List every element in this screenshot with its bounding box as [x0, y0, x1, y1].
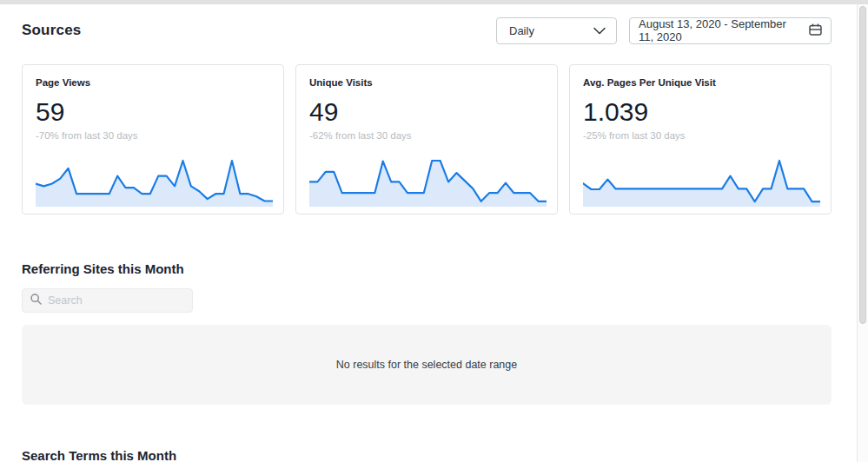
frequency-select[interactable]: Daily: [496, 17, 617, 44]
stat-card-change: -25% from last 30 days: [583, 130, 820, 141]
frequency-select-value: Daily: [509, 24, 534, 37]
referring-sites-empty-panel: No results for the selected date range: [22, 325, 832, 405]
stat-card-title: Unique Visits: [309, 77, 547, 88]
referring-sites-heading: Referring Sites this Month: [22, 261, 832, 276]
stat-card-avg-pages[interactable]: Avg. Pages Per Unique Visit 1.039 -25% f…: [569, 64, 832, 214]
scrollbar-thumb[interactable]: [859, 6, 866, 324]
stat-card-change: -62% from last 30 days: [309, 130, 547, 141]
stat-card-change: -70% from last 30 days: [36, 130, 273, 141]
stat-card-page-views[interactable]: Page Views 59 -70% from last 30 days: [22, 64, 284, 214]
referring-sites-section: Referring Sites this Month No results fo…: [22, 261, 832, 405]
unique-visits-sparkline: [309, 155, 547, 208]
header-controls: Daily August 13, 2020 - September 11, 20…: [496, 17, 832, 44]
date-range-label: August 13, 2020 - September 11, 2020: [639, 17, 803, 43]
avg-pages-sparkline: [583, 155, 820, 208]
header: Sources Daily August 13, 2020 - Septembe…: [22, 16, 832, 44]
vertical-scrollbar[interactable]: [857, 4, 868, 462]
search-terms-heading: Search Terms this Month: [22, 448, 832, 462]
page-title: Sources: [22, 22, 82, 39]
calendar-icon: [809, 23, 822, 38]
sources-panel: Sources Daily August 13, 2020 - Septembe…: [0, 4, 857, 462]
stat-card-value: 59: [36, 99, 273, 125]
page-views-sparkline: [36, 155, 273, 208]
search-terms-section: Search Terms this Month: [22, 448, 832, 462]
empty-message: No results for the selected date range: [336, 359, 517, 371]
stat-cards: Page Views 59 -70% from last 30 days Uni…: [22, 64, 832, 214]
date-range-button[interactable]: August 13, 2020 - September 11, 2020: [629, 17, 832, 44]
stat-card-unique-visits[interactable]: Unique Visits 49 -62% from last 30 days: [295, 64, 558, 214]
search-input[interactable]: [48, 294, 169, 307]
search-icon: [30, 293, 42, 308]
stat-card-value: 1.039: [583, 99, 820, 125]
chevron-down-icon: [593, 24, 606, 37]
stat-card-value: 49: [309, 99, 547, 125]
stat-card-title: Page Views: [36, 77, 273, 88]
referring-sites-search[interactable]: [22, 288, 193, 313]
stat-card-title: Avg. Pages Per Unique Visit: [583, 77, 820, 88]
